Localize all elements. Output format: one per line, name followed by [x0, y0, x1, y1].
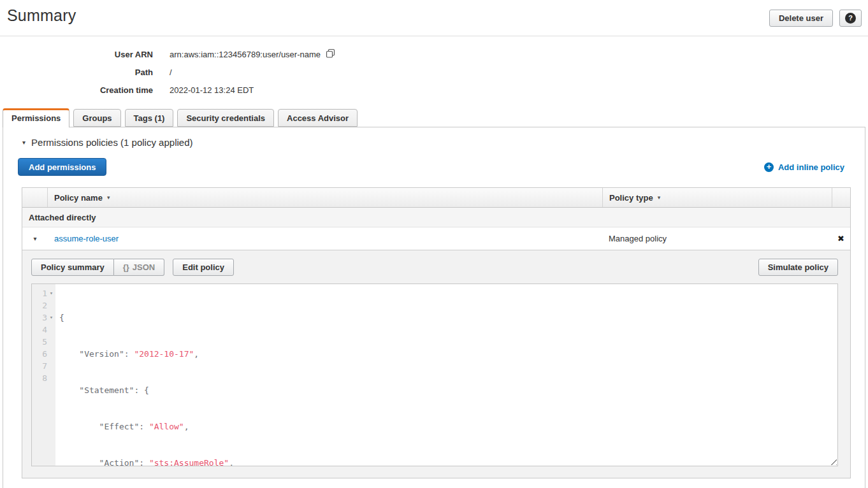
fold-icon[interactable]: ▾: [47, 312, 55, 324]
collapse-row-icon[interactable]: ▾: [33, 235, 36, 242]
help-icon: ?: [845, 13, 856, 24]
fold-icon[interactable]: ▾: [47, 287, 55, 299]
delete-user-button[interactable]: Delete user: [769, 10, 833, 27]
code-line: "Effect": "Allow",: [59, 420, 354, 433]
header-actions: Delete user ?: [769, 10, 862, 27]
user-details: User ARN arn:aws:iam::123456789:user/use…: [0, 36, 868, 99]
tab-bar: Permissions Groups Tags (1) Security cre…: [0, 107, 868, 127]
policy-group-row-attached-directly: Attached directly: [22, 208, 850, 227]
policy-row-assume-role-user: ▾ assume-role-user Managed policy ✖: [22, 227, 850, 250]
column-header-policy-type[interactable]: Policy type ▾: [602, 188, 832, 207]
policy-name-link[interactable]: assume-role-user: [54, 234, 119, 243]
creation-time-label: Creation time: [0, 85, 153, 95]
add-inline-policy-label: Add inline policy: [778, 162, 844, 172]
add-inline-policy-link[interactable]: + Add inline policy: [764, 162, 844, 172]
simulate-policy-button[interactable]: Simulate policy: [758, 259, 838, 276]
policy-view-segmented-control: Policy summary {} JSON: [31, 259, 164, 276]
permissions-policies-section-toggle[interactable]: ▾ Permissions policies (1 policy applied…: [22, 137, 865, 148]
json-tab-button[interactable]: {} JSON: [114, 259, 165, 276]
json-tab-label: JSON: [133, 262, 155, 272]
policies-table-header: Policy name ▾ Policy type ▾: [22, 188, 850, 208]
code-line: "Statement": {: [59, 384, 354, 396]
column-header-policy-name[interactable]: Policy name ▾: [48, 193, 602, 203]
expander-column-header: [22, 188, 48, 207]
permissions-policies-section-title: Permissions policies (1 policy applied): [31, 137, 192, 148]
user-arn-label: User ARN: [0, 50, 153, 59]
tab-tags[interactable]: Tags (1): [125, 109, 174, 127]
page-title: Summary: [7, 6, 862, 25]
policy-detail-toolbar: Policy summary {} JSON Edit policy Simul…: [31, 259, 838, 276]
editor-gutter: 1▾ 2 3▾ 4 5 6 7 8: [32, 284, 55, 466]
path-value: /: [170, 68, 172, 77]
detail-row-user-arn: User ARN arn:aws:iam::123456789:user/use…: [0, 45, 868, 63]
tab-security-credentials[interactable]: Security credentials: [177, 109, 274, 127]
creation-time-value: 2022-01-12 13:24 EDT: [170, 85, 254, 95]
tab-access-advisor[interactable]: Access Advisor: [278, 109, 358, 127]
collapse-section-icon: ▾: [22, 139, 25, 146]
user-arn-value: arn:aws:iam::123456789:user/user-name: [170, 50, 321, 59]
permissions-controls: Add permissions + Add inline policy: [18, 158, 844, 176]
copy-icon: [326, 48, 335, 60]
permissions-tab-panel: ▾ Permissions policies (1 policy applied…: [3, 127, 865, 488]
remove-column-header: [832, 188, 850, 207]
policy-type-cell: Managed policy: [602, 227, 832, 250]
editor-content: { "Version": "2012-10-17", "Statement": …: [55, 284, 354, 466]
code-line: "Version": "2012-10-17",: [59, 348, 354, 360]
detail-row-path: Path /: [0, 63, 868, 81]
detail-row-creation-time: Creation time 2022-01-12 13:24 EDT: [0, 81, 868, 99]
tab-groups[interactable]: Groups: [73, 109, 120, 127]
resize-grip-icon[interactable]: [828, 457, 837, 465]
code-line: "Action": "sts:AssumeRole",: [59, 457, 354, 466]
iam-user-summary-page: Summary Delete user ? User ARN arn:aws:i…: [0, 0, 868, 488]
plus-icon: +: [764, 162, 774, 172]
page-header: Summary Delete user ?: [0, 0, 868, 36]
help-button[interactable]: ?: [839, 10, 862, 27]
remove-policy-icon[interactable]: ✖: [837, 234, 844, 243]
tab-permissions[interactable]: Permissions: [3, 108, 69, 127]
policy-detail-panel: Policy summary {} JSON Edit policy Simul…: [22, 250, 850, 478]
add-permissions-button[interactable]: Add permissions: [18, 158, 106, 176]
json-policy-editor[interactable]: 1▾ 2 3▾ 4 5 6 7 8 { "Version": "2012-10-…: [31, 283, 838, 466]
path-label: Path: [0, 68, 153, 77]
sort-icon: ▾: [107, 194, 110, 201]
copy-arn-button[interactable]: [326, 48, 335, 60]
code-line: {: [59, 312, 354, 324]
policy-summary-tab-button[interactable]: Policy summary: [31, 259, 114, 276]
braces-icon: {}: [123, 262, 129, 272]
edit-policy-button[interactable]: Edit policy: [173, 259, 234, 276]
policies-table: Policy name ▾ Policy type ▾ Attached dir…: [22, 187, 851, 478]
sort-icon: ▾: [658, 194, 661, 201]
